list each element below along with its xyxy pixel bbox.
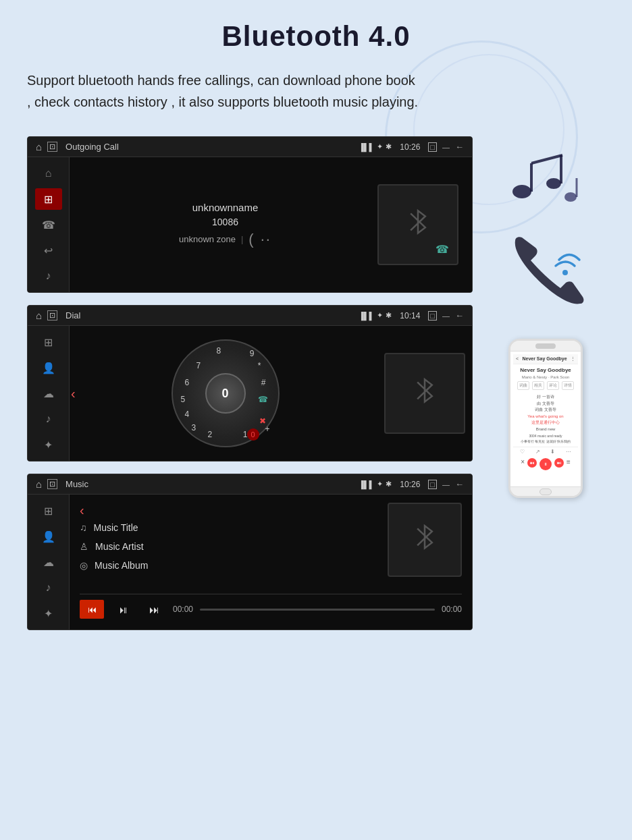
music-sidebar-note[interactable]: ♪ (35, 577, 62, 598)
sidebar-grid[interactable]: ⊞ (35, 188, 62, 210)
status-bar-call: ⌂ ⊡ Outgoing Call ▐▌▌ ✦ ✱ 10:26 □ — ← (28, 137, 472, 157)
back-icon-music[interactable]: ← (455, 479, 464, 489)
back-icon-dial[interactable]: ← (455, 310, 464, 320)
dial-sidebar-music[interactable]: ♪ (35, 408, 62, 430)
phone-overlay-icon: ☎ (436, 243, 449, 256)
lyric-2: 由 文善导 (515, 401, 576, 408)
screen-icon-call: ⊡ (47, 142, 57, 152)
next-button[interactable]: ⏭ (142, 600, 166, 619)
lyric-7: 3004 music and ready (515, 433, 576, 439)
phone-screen-header: < Never Say Goodbye ⋮ (513, 354, 578, 364)
phone-share[interactable]: ↗ (535, 449, 540, 455)
music-title-label: Music Title (94, 522, 138, 533)
phone-list[interactable]: ≡ (567, 458, 571, 470)
sidebar-home[interactable]: ⌂ (35, 163, 62, 184)
phone-tab-row: 词曲 相关 评论 详情 (513, 380, 578, 391)
home-icon-dial[interactable]: ⌂ (36, 310, 42, 321)
dial-num-0-red[interactable]: 0 (247, 428, 259, 441)
svg-point-7 (562, 270, 568, 275)
bt-phone-combo: ☎ (379, 186, 457, 264)
back-icon-call[interactable]: ← (455, 142, 464, 152)
music-person-icon: ♙ (80, 541, 88, 552)
phone-prev[interactable]: × (521, 458, 525, 470)
dial-num-plus[interactable]: + (265, 424, 269, 434)
signal-icon-music: ▐▌▌ (359, 480, 374, 488)
dial-num-4[interactable]: 4 (185, 410, 190, 419)
bt-icon-dial: ✦ (377, 311, 383, 320)
music-sidebar-user[interactable]: 👤 (35, 526, 62, 547)
music-sidebar-bt[interactable]: ✦ (35, 603, 62, 624)
phone-like[interactable]: ♡ (520, 449, 525, 455)
dial-num-hash[interactable]: # (261, 378, 266, 387)
music-status-icons: ▐▌▌ ✦ ✱ (359, 480, 392, 488)
dial-time: 10:14 (400, 311, 420, 320)
phone-top-bar (510, 341, 581, 352)
phone-back[interactable]: < (516, 356, 519, 362)
bluetooth-icon-call (401, 208, 435, 242)
sidebar-volume[interactable]: ♪ (35, 265, 62, 287)
call-status-icons: ▐▌▌ ✦ ✱ (359, 142, 392, 151)
phone-tab-2[interactable]: 相关 (532, 381, 544, 390)
dial-num-3[interactable]: 3 (192, 423, 196, 432)
dial-num-call[interactable]: ☎ (258, 395, 268, 404)
dial-screen-title: Dial (65, 310, 353, 320)
status-bar-dial: ⌂ ⊡ Dial ▐▌▌ ✦ ✱ 10:14 □ — ← (28, 306, 472, 326)
time-start: 00:00 (173, 605, 193, 614)
dial-circle[interactable]: 8 9 7 * 6 # 5 ☎ 4 ✖ 3 2 (172, 339, 280, 447)
dial-num-6[interactable]: 6 (185, 378, 190, 387)
bluetooth-icon-music (408, 523, 442, 557)
sidebar-return[interactable]: ↩ (35, 240, 62, 261)
dial-sidebar-cloud[interactable]: ☁ (35, 383, 62, 404)
dial-num-7[interactable]: 7 (196, 361, 201, 370)
screen-icon-dial: ⊡ (47, 310, 57, 320)
dial-center[interactable]: 0 (205, 373, 246, 414)
music-main-area: ‹ ♫ Music Title ♙ Music Artist (70, 495, 472, 629)
phone-tab-4[interactable]: 详情 (562, 381, 574, 390)
dial-num-star[interactable]: * (258, 361, 261, 370)
sidebar-phone-icon[interactable]: ☎ (35, 214, 62, 235)
call-main-area: unknownname 10086 unknown zone | ( ·· (70, 157, 472, 292)
phone-notch (535, 343, 556, 349)
music-sidebar-grid[interactable]: ⊞ (35, 500, 62, 522)
phone-download[interactable]: ⬇ (550, 449, 555, 455)
phone-home-btn[interactable] (539, 488, 552, 495)
screen-icon-music: ⊡ (47, 479, 57, 489)
lyric-6: Brand new (515, 426, 576, 433)
dial-num-9[interactable]: 9 (250, 349, 255, 358)
phone-more[interactable]: ⋯ (566, 449, 571, 455)
dial-sidebar-bt[interactable]: ✦ (35, 434, 62, 455)
bluetooth-icon-dial (408, 376, 442, 410)
progress-bar[interactable] (200, 609, 435, 611)
call-number: 10086 (83, 217, 367, 227)
home-icon-music[interactable]: ⌂ (36, 478, 42, 490)
dial-num-5[interactable]: 5 (181, 395, 186, 404)
phone-tab-1[interactable]: 词曲 (517, 381, 529, 390)
rect-icon-dial: □ (428, 311, 437, 320)
phone-next-btn[interactable]: ⏭ (554, 458, 564, 468)
music-sidebar: ⊞ 👤 ☁ ♪ ✦ (28, 495, 70, 629)
dial-bt-box (384, 353, 465, 434)
dial-sidebar: ⊞ 👤 ☁ ♪ ✦ (28, 326, 70, 461)
lyric-1: 好 一首诗 (515, 394, 576, 401)
dial-screen: ⌂ ⊡ Dial ▐▌▌ ✦ ✱ 10:14 □ — ← ⊞ (27, 305, 473, 461)
outgoing-call-screen: ⌂ ⊡ Outgoing Call ▐▌▌ ✦ ✱ 10:26 □ — ← ⌂ (27, 136, 473, 293)
dial-sidebar-user[interactable]: 👤 (35, 357, 62, 379)
dial-back-arrow[interactable]: ‹ (71, 386, 76, 401)
prev-button[interactable]: ⏮ (80, 600, 104, 619)
dial-num-2[interactable]: 2 (208, 430, 213, 439)
home-icon-call[interactable]: ⌂ (36, 141, 42, 152)
dial-num-8[interactable]: 8 (217, 346, 221, 356)
music-sidebar-cloud[interactable]: ☁ (35, 551, 62, 573)
phone-action-row: ♡ ↗ ⬇ ⋯ (513, 447, 578, 456)
phone-play-btn[interactable]: ⏸ (539, 458, 552, 470)
play-pause-button[interactable]: ⏯ (111, 600, 135, 619)
music-info: ‹ ♫ Music Title ♙ Music Artist (80, 503, 377, 577)
phone-tab-3[interactable]: 评论 (547, 381, 559, 390)
phone-options[interactable]: ⋮ (571, 356, 575, 362)
star-icon-call: ✱ (386, 142, 392, 151)
lyric-3: 词曲 文善导 (515, 407, 576, 414)
dial-sidebar-grid[interactable]: ⊞ (35, 331, 62, 353)
music-bt-box (388, 503, 462, 577)
phone-prev-btn[interactable]: ⏮ (527, 458, 537, 468)
music-back-arrow[interactable]: ‹ (80, 503, 84, 517)
